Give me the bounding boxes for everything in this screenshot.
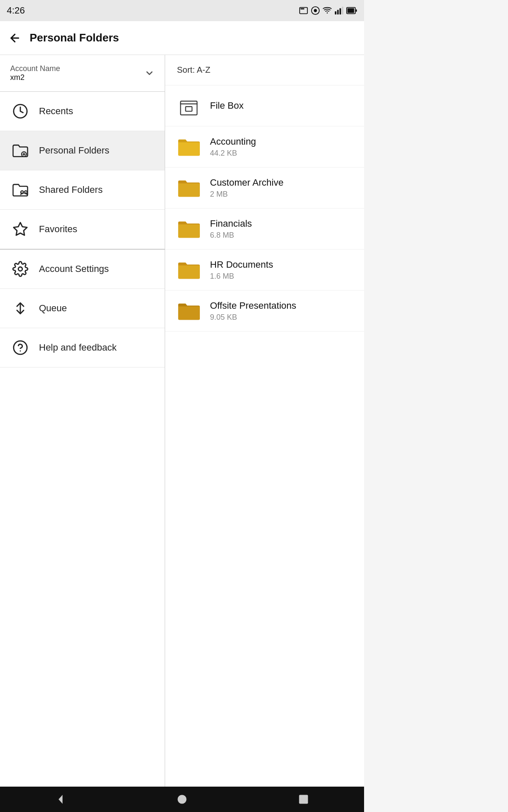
wifi-icon [323,6,332,15]
file-name: Customer Archive [210,177,284,188]
sort-bar[interactable]: Sort: A-Z [165,55,364,85]
folder-icon-offsite-presentations [177,299,201,323]
help-icon [10,337,30,358]
sidebar-item-recents[interactable]: Recents [0,92,165,131]
file-name: HR Documents [210,259,273,270]
battery-icon [346,6,357,15]
file-info-accounting: Accounting 44.2 KB [210,136,256,158]
app-icon [311,6,320,15]
svg-marker-25 [59,795,63,804]
file-item-file-box[interactable]: File Box [165,85,364,126]
svg-rect-7 [340,8,341,15]
file-item-hr-documents[interactable]: HR Documents 1.6 MB [165,250,364,291]
sidebar-item-personal-folders-label: Personal Folders [39,145,109,156]
sidebar: Account Name xm2 Recents [0,55,165,787]
shared-folder-icon [10,180,30,200]
svg-rect-11 [356,9,357,12]
svg-rect-24 [185,107,192,111]
svg-rect-10 [348,8,354,13]
svg-rect-5 [335,11,337,14]
account-info: Account Name xm2 [10,64,60,82]
gear-icon [10,259,30,279]
folder-icon-financials [177,217,201,241]
sidebar-item-shared-folders-label: Shared Folders [39,184,102,195]
notification-icon [299,6,308,15]
svg-point-21 [14,341,27,354]
sort-label: Sort: A-Z [177,65,210,74]
sidebar-item-shared-folders[interactable]: Shared Folders [0,170,165,210]
file-item-accounting[interactable]: Accounting 44.2 KB [165,126,364,167]
sidebar-item-account-settings-label: Account Settings [39,263,109,274]
svg-rect-8 [342,7,343,14]
svg-rect-27 [299,795,308,804]
file-name: Accounting [210,136,256,147]
svg-point-19 [18,267,22,271]
svg-rect-23 [181,101,197,115]
file-item-financials[interactable]: Financials 6.8 MB [165,208,364,250]
signal-icon [334,6,344,15]
file-name: Offsite Presentations [210,300,296,311]
folder-icon-hr-documents [177,258,201,282]
recent-nav-button[interactable] [298,793,309,805]
folder-icon-customer-archive [177,176,201,200]
app-bar: Personal Folders [0,21,364,55]
account-label: Account Name [10,64,60,73]
svg-point-4 [327,12,328,14]
file-info-customer-archive: Customer Archive 2 MB [210,177,284,199]
file-name: File Box [210,100,243,111]
clock-icon [10,101,30,121]
svg-point-26 [177,795,186,804]
file-info-file-box: File Box [210,100,243,111]
file-name: Financials [210,218,252,229]
star-icon [10,219,30,239]
file-size: 44.2 KB [210,149,256,158]
status-bar: 4:26 [0,0,364,21]
file-list: File Box Accounting 44.2 KB [165,85,364,332]
back-nav-button[interactable] [55,793,66,805]
file-box-icon [177,94,201,118]
sidebar-item-favorites[interactable]: Favorites [0,210,165,249]
status-icons [299,6,357,15]
svg-marker-18 [14,222,27,235]
personal-folder-icon [10,140,30,161]
home-nav-button[interactable] [176,793,188,805]
svg-point-3 [314,9,317,12]
file-size: 6.8 MB [210,231,252,240]
file-item-customer-archive[interactable]: Customer Archive 2 MB [165,167,364,208]
queue-icon [10,298,30,318]
sidebar-item-account-settings[interactable]: Account Settings [0,250,165,289]
sidebar-item-recents-label: Recents [39,106,73,117]
file-info-hr-documents: HR Documents 1.6 MB [210,259,273,281]
main-layout: Account Name xm2 Recents [0,55,364,787]
sidebar-item-favorites-label: Favorites [39,224,77,235]
file-size: 9.05 KB [210,313,296,322]
svg-rect-6 [337,10,339,14]
file-size: 2 MB [210,190,284,199]
file-item-offsite-presentations[interactable]: Offsite Presentations 9.05 KB [165,291,364,332]
status-time: 4:26 [7,5,25,16]
file-info-offsite-presentations: Offsite Presentations 9.05 KB [210,300,296,322]
sidebar-item-queue-label: Queue [39,303,67,314]
bottom-nav [0,787,364,812]
account-name: xm2 [10,73,60,82]
file-info-financials: Financials 6.8 MB [210,218,252,240]
svg-rect-1 [301,8,304,10]
back-button[interactable] [8,32,21,44]
sidebar-item-queue[interactable]: Queue [0,289,165,328]
page-title: Personal Folders [30,31,119,44]
sidebar-item-help-feedback[interactable]: Help and feedback [0,328,165,368]
folder-icon-accounting [177,135,201,159]
chevron-down-icon [144,68,155,78]
content-area: Sort: A-Z File Box [165,55,364,787]
sidebar-item-personal-folders[interactable]: Personal Folders [0,131,165,170]
account-section[interactable]: Account Name xm2 [0,55,165,92]
sidebar-item-help-feedback-label: Help and feedback [39,342,116,353]
file-size: 1.6 MB [210,272,273,281]
